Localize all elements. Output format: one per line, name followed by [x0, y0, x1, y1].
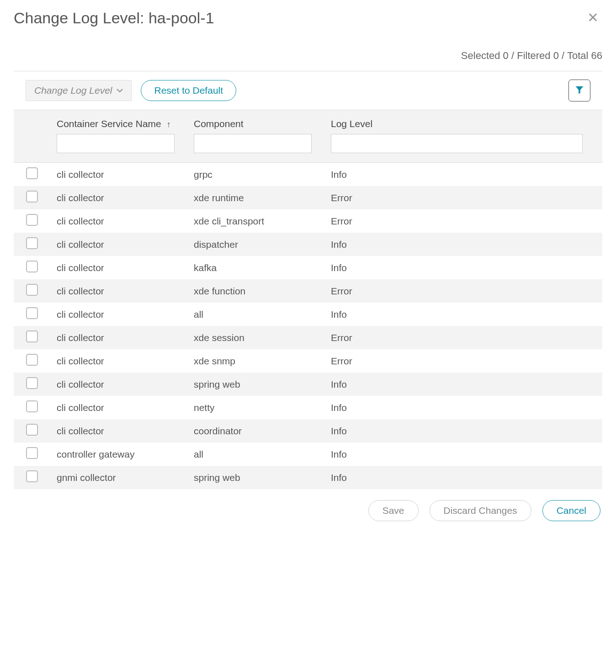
row-checkbox[interactable] — [26, 470, 38, 482]
filter-level-input[interactable] — [331, 134, 583, 153]
row-checkbox[interactable] — [26, 331, 38, 342]
total-count: 66 — [591, 50, 602, 61]
row-checkbox[interactable] — [26, 424, 38, 436]
dialog-header: Change Log Level: ha-pool-1 ✕ — [14, 9, 602, 27]
row-checkbox-cell — [14, 349, 50, 373]
table-row: cli collectorxde cli_transportError — [14, 209, 602, 233]
cell-level: Info — [324, 396, 602, 419]
table-row: cli collectordispatcherInfo — [14, 233, 602, 256]
total-label: Total — [567, 50, 588, 61]
cell-component: all — [187, 443, 324, 466]
table-row: cli collectorallInfo — [14, 303, 602, 326]
filtered-count: 0 — [553, 50, 559, 61]
reset-to-default-button[interactable]: Reset to Default — [141, 80, 236, 101]
header-service[interactable]: Container Service Name ↑ — [50, 110, 187, 163]
row-checkbox-cell — [14, 419, 50, 443]
header-component-label: Component — [194, 118, 318, 129]
log-level-table: Container Service Name ↑ Component Log L… — [14, 110, 602, 489]
cell-service: cli collector — [50, 279, 187, 303]
cell-component: xde function — [187, 279, 324, 303]
table-row: cli collectorgrpcInfo — [14, 163, 602, 187]
table-row: cli collectorxde runtimeError — [14, 186, 602, 209]
cell-component: dispatcher — [187, 233, 324, 256]
header-level-label: Log Level — [331, 118, 596, 129]
dropdown-label: Change Log Level — [34, 85, 112, 96]
cell-component: netty — [187, 396, 324, 419]
cell-service: gnmi collector — [50, 466, 187, 489]
toolbar: Change Log Level Reset to Default — [14, 80, 602, 110]
table-row: controller gatewayallInfo — [14, 443, 602, 466]
row-checkbox-cell — [14, 209, 50, 233]
dialog-footer: Save Discard Changes Cancel — [14, 489, 602, 523]
row-checkbox[interactable] — [26, 354, 38, 366]
cell-component: spring web — [187, 373, 324, 396]
table-row: cli collectorxde sessionError — [14, 326, 602, 349]
funnel-icon — [574, 85, 584, 96]
cell-service: cli collector — [50, 373, 187, 396]
cell-level: Info — [324, 443, 602, 466]
discard-changes-button[interactable]: Discard Changes — [430, 500, 531, 521]
close-icon[interactable]: ✕ — [584, 9, 602, 27]
row-checkbox-cell — [14, 443, 50, 466]
header-component[interactable]: Component — [187, 110, 324, 163]
header-checkbox-cell — [14, 110, 50, 163]
row-checkbox-cell — [14, 373, 50, 396]
filter-component-input[interactable] — [194, 134, 312, 153]
table-row: cli collectorspring webInfo — [14, 373, 602, 396]
row-checkbox[interactable] — [26, 214, 38, 226]
row-checkbox[interactable] — [26, 307, 38, 319]
filtered-label: Filtered — [517, 50, 550, 61]
cell-level: Error — [324, 326, 602, 349]
filter-service-input[interactable] — [57, 134, 175, 153]
cell-level: Info — [324, 419, 602, 443]
cell-service: cli collector — [50, 396, 187, 419]
cell-level: Error — [324, 186, 602, 209]
table-row: cli collectornettyInfo — [14, 396, 602, 419]
save-button[interactable]: Save — [368, 500, 419, 521]
cell-service: cli collector — [50, 349, 187, 373]
row-checkbox[interactable] — [26, 400, 38, 412]
header-level[interactable]: Log Level — [324, 110, 602, 163]
cell-level: Info — [324, 256, 602, 279]
cell-component: xde cli_transport — [187, 209, 324, 233]
row-checkbox-cell — [14, 233, 50, 256]
chevron-down-icon — [117, 86, 123, 95]
dialog-title: Change Log Level: ha-pool-1 — [14, 9, 214, 27]
cell-service: cli collector — [50, 419, 187, 443]
cancel-button[interactable]: Cancel — [542, 500, 600, 521]
row-checkbox[interactable] — [26, 167, 38, 179]
filter-button[interactable] — [568, 80, 590, 101]
row-checkbox-cell — [14, 396, 50, 419]
cell-level: Error — [324, 349, 602, 373]
cell-service: cli collector — [50, 326, 187, 349]
row-checkbox[interactable] — [26, 284, 38, 296]
row-checkbox[interactable] — [26, 447, 38, 459]
cell-level: Info — [324, 303, 602, 326]
row-checkbox[interactable] — [26, 237, 38, 249]
row-checkbox-cell — [14, 256, 50, 279]
cell-level: Info — [324, 163, 602, 187]
cell-component: kafka — [187, 256, 324, 279]
cell-service: cli collector — [50, 256, 187, 279]
cell-level: Info — [324, 373, 602, 396]
table-row: cli collectorcoordinatorInfo — [14, 419, 602, 443]
row-checkbox[interactable] — [26, 261, 38, 272]
table-row: cli collectorkafkaInfo — [14, 256, 602, 279]
change-log-level-dropdown[interactable]: Change Log Level — [26, 80, 132, 101]
row-checkbox-cell — [14, 279, 50, 303]
row-checkbox[interactable] — [26, 191, 38, 203]
cell-level: Info — [324, 466, 602, 489]
row-checkbox-cell — [14, 186, 50, 209]
cell-level: Info — [324, 233, 602, 256]
row-checkbox[interactable] — [26, 377, 38, 389]
cell-service: cli collector — [50, 233, 187, 256]
row-checkbox-cell — [14, 466, 50, 489]
row-checkbox-cell — [14, 303, 50, 326]
cell-level: Error — [324, 279, 602, 303]
cell-component: grpc — [187, 163, 324, 187]
row-checkbox-cell — [14, 326, 50, 349]
cell-component: xde runtime — [187, 186, 324, 209]
cell-service: cli collector — [50, 163, 187, 187]
cell-component: coordinator — [187, 419, 324, 443]
cell-component: xde snmp — [187, 349, 324, 373]
